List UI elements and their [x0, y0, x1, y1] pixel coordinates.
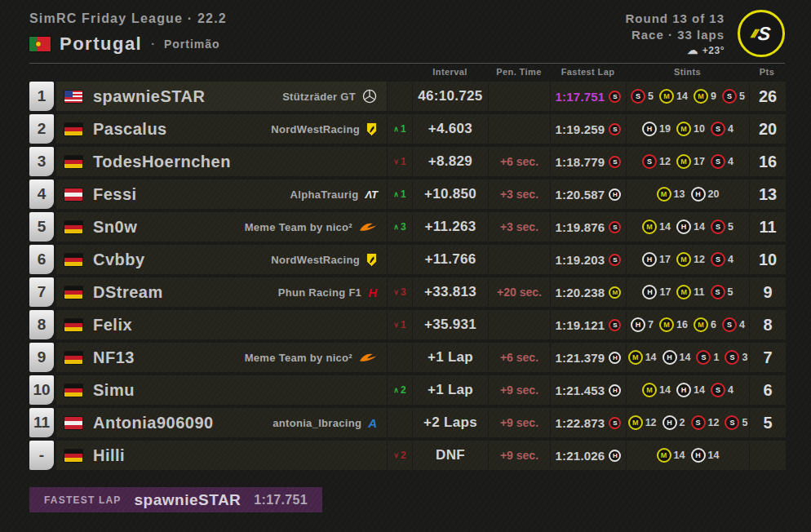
fastest-lap-value: 1:22.873: [556, 416, 605, 430]
fastest-lap-cell: 1:20.238 M: [551, 277, 626, 307]
stint: H20: [691, 187, 720, 202]
stint-laps: 14: [680, 352, 691, 363]
table-row[interactable]: 9 NF13 Meme Team by nico² +1 Lap +6 sec.…: [29, 343, 785, 372]
tire-m-icon: M: [694, 317, 708, 332]
fastest-lap-value: 1:19.259: [556, 122, 605, 136]
stint-laps: 3: [742, 352, 747, 363]
stint: M14: [659, 89, 688, 104]
chevron-down-icon: ∨: [393, 451, 399, 459]
tire-s-icon: S: [725, 415, 739, 430]
stint-laps: 9: [711, 91, 716, 102]
mercedes-logo-icon: [362, 89, 377, 104]
tire-m-icon: M: [694, 89, 708, 104]
col-penalty: Pen. Time: [488, 67, 550, 77]
team-name: AlphaTraurig: [290, 188, 359, 201]
driver-name: Antonia906090: [93, 414, 273, 432]
event-country: Portugal: [60, 33, 142, 55]
penalty-cell: [489, 82, 550, 111]
interval-cell: +4.603: [413, 114, 488, 144]
tire-s-icon: S: [691, 415, 706, 430]
tire-h-icon: H: [642, 122, 657, 136]
position-change: ∨1: [388, 147, 412, 176]
stints-cell: M14H14: [627, 441, 749, 470]
stint-laps: 19: [659, 123, 671, 135]
tire-h-icon: H: [676, 219, 691, 234]
table-row[interactable]: 11 Antonia906090 antonia_lbracing A +2 L…: [29, 408, 785, 437]
stints-cell: M14H14S1S3: [627, 343, 749, 372]
fastest-lap-tire-icon: S: [609, 417, 621, 429]
driver-bar: Antonia906090 antonia_lbracing A: [56, 408, 387, 437]
fastest-lap-value: 1:19.876: [556, 220, 605, 234]
stint: M16: [659, 317, 688, 332]
stint: M13: [657, 187, 685, 202]
fastest-lap-banner-label: FASTEST LAP: [44, 494, 122, 506]
driver-name: spawnieSTAR: [93, 87, 282, 106]
fastest-lap-value: 1:21.379: [556, 351, 605, 365]
stints-cell: M14H14S4: [627, 375, 749, 405]
points-cell: 13: [750, 180, 786, 209]
round-label: Round 13 of 13: [625, 11, 725, 25]
table-row[interactable]: 8 Felix ∨1 +35.931 1:19.121 S H7M16M6S4 …: [29, 310, 785, 339]
chevron-down-icon: ∨: [393, 288, 399, 296]
fastest-lap-tire-icon: H: [609, 352, 621, 364]
country-flag-icon: [64, 254, 82, 266]
table-row[interactable]: 6 Cvbby NordWestRacing +11.766 1:19.203 …: [29, 245, 785, 274]
fastest-lap-time: 1:17.751: [254, 493, 308, 508]
stint: M17: [676, 154, 705, 169]
chevron-up-icon: ∧: [393, 190, 399, 198]
table-row[interactable]: 3 TodesHoernchen ∨1 +8.829 +6 sec. 1:18.…: [29, 147, 785, 176]
team-wrap: Stützräder GT: [282, 89, 377, 104]
position-badge: -: [29, 441, 54, 470]
stint-laps: 12: [694, 254, 705, 265]
table-row[interactable]: 5 Sn0w Meme Team by nico² ∧3 +11.263 +3 …: [29, 212, 785, 242]
stint: S5: [725, 415, 747, 430]
stints-cell: M13H20: [627, 180, 749, 209]
country-flag-icon: [64, 156, 82, 168]
country-flag-icon: [64, 286, 82, 299]
chevron-up-icon: ∧: [393, 223, 399, 231]
fastest-lap-cell: 1:19.259 S: [551, 114, 626, 144]
driver-name: Sn0w: [93, 218, 245, 237]
driver-bar: Felix: [56, 310, 387, 339]
position-badge: 4: [29, 180, 54, 209]
tire-m-icon: M: [657, 187, 671, 202]
driver-bar: Cvbby NordWestRacing: [56, 245, 387, 274]
ferrari-logo-icon: [366, 122, 377, 136]
position-change: ∧1: [388, 180, 412, 209]
stint: S5: [711, 219, 733, 234]
team-wrap: antonia_lbracing A: [273, 416, 377, 430]
penalty-cell: +6 sec.: [489, 147, 550, 176]
stint-laps: 5: [648, 91, 654, 102]
stint: M14: [628, 350, 657, 365]
stint-laps: 4: [728, 156, 733, 167]
stint-laps: 1: [713, 352, 719, 363]
team-name: Meme Team by nico²: [245, 352, 352, 364]
table-row[interactable]: 10 Simu ∧2 +1 Lap +9 sec. 1:21.453 H M14…: [29, 375, 785, 405]
penalty-cell: +3 sec.: [489, 212, 550, 242]
table-row[interactable]: 4 Fessi AlphaTraurig ΛT ∧1 +10.850 +3 se…: [29, 180, 785, 209]
stints-cell: H7M16M6S4: [627, 310, 749, 339]
tire-h-icon: H: [676, 383, 691, 397]
position-badge: 1: [29, 82, 54, 111]
table-row[interactable]: 1 spawnieSTAR Stützräder GT 46:10.725 1:…: [29, 82, 785, 111]
team-name: NordWestRacing: [271, 254, 360, 266]
results-screen: SimRC Friday League · 22.2 Portugal · Po…: [0, 0, 811, 532]
track-separator: ·: [151, 38, 155, 51]
fastest-lap-cell: 1:22.873 S: [551, 408, 626, 437]
fastest-lap-value: 1:19.203: [556, 253, 605, 267]
tire-s-icon: S: [711, 122, 725, 136]
fastest-lap-tire-icon: S: [609, 319, 621, 331]
fastest-lap-cell: 1:18.779 S: [551, 147, 626, 176]
table-row[interactable]: 7 DStream Phun Racing F1 H ∨3 +33.813 +2…: [29, 277, 785, 307]
tire-h-icon: H: [691, 448, 706, 463]
stint: H17: [642, 252, 671, 267]
tire-m-icon: M: [676, 122, 691, 136]
fastest-lap-cell: 1:19.121 S: [551, 310, 626, 339]
table-row[interactable]: - Hilli ∨2 DNF +9 sec. 1:21.026 H M14H14: [29, 441, 785, 470]
country-flag-icon: [64, 352, 82, 364]
stints-cell: S12M17S4: [627, 147, 749, 176]
table-row[interactable]: 2 Pascalus NordWestRacing ∧1 +4.603 1:19…: [29, 114, 785, 144]
tire-m-icon: M: [659, 317, 674, 332]
stint: S5: [631, 89, 654, 104]
tire-m-icon: M: [609, 286, 621, 299]
